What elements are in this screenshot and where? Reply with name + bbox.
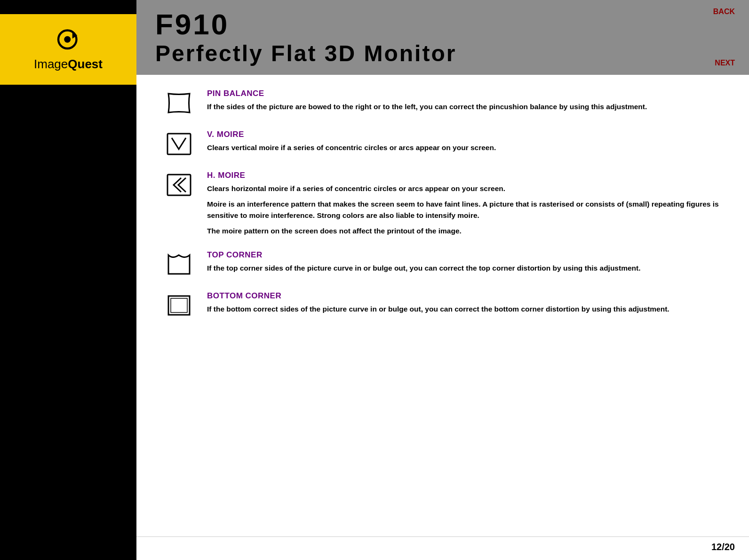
top-corner-section: TOP CORNER If the top corner sides of th…: [165, 250, 721, 277]
logo-quest-part: Quest: [68, 57, 103, 72]
top-corner-body: TOP CORNER If the top corner sides of th…: [207, 250, 721, 273]
back-button[interactable]: BACK: [713, 8, 735, 16]
logo-image-part: Image: [34, 57, 68, 72]
bottom-corner-text: If the bottom correct sides of the pictu…: [207, 304, 721, 314]
pin-balance-icon: [165, 90, 193, 116]
logo-icon: [52, 27, 85, 53]
h-moire-icon: [165, 172, 193, 198]
content-area: BACK F910 Perfectly Flat 3D Monitor NEXT…: [136, 0, 749, 560]
logo-area: ImageQuest: [0, 14, 136, 85]
bottom-corner-icon: [165, 292, 193, 318]
pin-balance-body: PIN BALANCE If the sides of the picture …: [207, 89, 721, 112]
v-moire-icon: [165, 131, 193, 157]
bottom-corner-section: BOTTOM CORNER If the bottom correct side…: [165, 291, 721, 318]
next-button[interactable]: NEXT: [715, 59, 735, 67]
header-model: F910: [155, 8, 721, 40]
v-moire-section: V. MOIRE Clears vertical moire if a seri…: [165, 130, 721, 157]
sidebar: ImageQuest: [0, 0, 136, 560]
v-moire-title: V. MOIRE: [207, 130, 721, 139]
header-subtitle: Perfectly Flat 3D Monitor: [155, 40, 721, 66]
bottom-corner-title: BOTTOM CORNER: [207, 291, 721, 301]
svg-rect-5: [168, 296, 190, 315]
h-moire-section: H. MOIRE Clears horizontal moire if a se…: [165, 171, 721, 236]
pin-balance-section: PIN BALANCE If the sides of the picture …: [165, 89, 721, 116]
sidebar-bottom: [0, 85, 136, 560]
top-corner-text: If the top corner sides of the picture c…: [207, 263, 721, 273]
h-moire-title: H. MOIRE: [207, 171, 721, 180]
pin-balance-text: If the sides of the picture are bowed to…: [207, 101, 721, 112]
top-corner-title: TOP CORNER: [207, 250, 721, 260]
v-moire-text: Clears vertical moire if a series of con…: [207, 142, 721, 153]
h-moire-text: Clears horizontal moire if a series of c…: [207, 183, 721, 236]
bottom-corner-body: BOTTOM CORNER If the bottom correct side…: [207, 291, 721, 314]
page-number: 12/20: [136, 536, 749, 560]
logo-text: ImageQuest: [34, 57, 103, 72]
svg-rect-6: [171, 298, 187, 312]
v-moire-body: V. MOIRE Clears vertical moire if a seri…: [207, 130, 721, 153]
h-moire-body: H. MOIRE Clears horizontal moire if a se…: [207, 171, 721, 236]
main-content: PIN BALANCE If the sides of the picture …: [136, 75, 749, 536]
svg-point-2: [64, 36, 71, 43]
top-corner-icon: [165, 251, 193, 277]
svg-rect-3: [167, 134, 191, 154]
header: BACK F910 Perfectly Flat 3D Monitor NEXT: [136, 0, 749, 75]
pin-balance-title: PIN BALANCE: [207, 89, 721, 98]
